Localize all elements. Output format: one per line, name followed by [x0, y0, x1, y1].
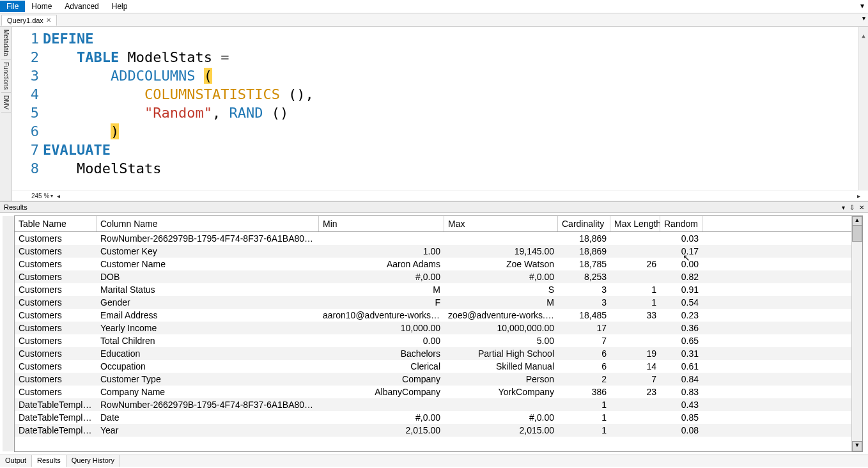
grid-scroll-down-icon[interactable]: ▼	[852, 441, 862, 451]
ribbon-collapse-icon[interactable]: ▾	[860, 1, 864, 10]
sidetab-metadata[interactable]: Metadata	[1, 27, 11, 59]
grid-vertical-scrollbar[interactable]: ▲ ▼	[851, 216, 862, 451]
results-dropdown-icon[interactable]: ▾	[842, 204, 845, 211]
table-row[interactable]: CustomersCustomer Key1.0019,145.0018,869…	[15, 245, 862, 258]
sidetab-functions[interactable]: Functions	[1, 59, 11, 93]
cell: Gender	[97, 296, 319, 309]
cell: 2,015.00	[444, 424, 558, 437]
line-number-gutter: 12345678	[12, 29, 43, 190]
table-row[interactable]: DateTableTemplat...Date#,0.00#,0.0010.85	[15, 411, 862, 424]
cell: 3	[558, 296, 610, 309]
cell: Clerical	[319, 360, 444, 373]
table-row[interactable]: CustomersEmail Addressaaron10@adventure-…	[15, 309, 862, 322]
cell: 18,785	[558, 258, 610, 270]
cell: 0.00	[660, 258, 702, 270]
table-row[interactable]: CustomersDOB#,0.00#,0.008,2530.82	[15, 270, 862, 283]
cell: 7	[558, 334, 610, 347]
cell: Customer Type	[97, 373, 319, 386]
scroll-up-icon[interactable]: ▲	[859, 27, 868, 35]
cell: RowNumber-2662979B-1795-4F74-8F37-6A1BA8…	[97, 398, 319, 411]
tab-query-history[interactable]: Query History	[66, 455, 120, 467]
hscroll-left-icon[interactable]: ◂	[57, 192, 60, 199]
cell	[610, 398, 660, 411]
cell: 1	[610, 283, 660, 296]
cell: 0.82	[660, 270, 702, 283]
close-tab-icon[interactable]: ✕	[46, 17, 51, 24]
cell: 0.23	[660, 309, 702, 322]
cell: 19,145.00	[444, 245, 558, 258]
cell: Customers	[15, 334, 97, 347]
cell: 0.03	[660, 232, 702, 245]
table-row[interactable]: CustomersTotal Children0.005.0070.65	[15, 334, 862, 347]
col-header-min[interactable]: Min	[319, 216, 444, 231]
scroll-down-icon[interactable]: ▼	[859, 182, 868, 190]
table-row[interactable]: CustomersEducationBachelorsPartial High …	[15, 347, 862, 360]
menu-home[interactable]: Home	[25, 1, 58, 12]
cell: 3	[558, 283, 610, 296]
cell: 18,869	[558, 232, 610, 245]
cell: Skilled Manual	[444, 360, 558, 373]
document-tab[interactable]: Query1.dax ✕	[1, 15, 57, 26]
zoom-level[interactable]: 245 %	[31, 192, 49, 199]
table-row[interactable]: CustomersCustomer NameAaron AdamsZoe Wat…	[15, 258, 862, 270]
col-header-table-name[interactable]: Table Name	[15, 216, 97, 231]
cell: #,0.00	[319, 270, 444, 283]
cell: Year	[97, 424, 319, 437]
table-row[interactable]: DateTableTemplat...Year2,015.002,015.001…	[15, 424, 862, 437]
col-header-max[interactable]: Max	[444, 216, 558, 231]
col-header-cardinality[interactable]: Cardinality	[558, 216, 610, 231]
menu-bar: File Home Advanced Help ▾	[0, 0, 868, 13]
code-editor[interactable]: 12345678 DEFINE TABLE ModelStats = ADDCO…	[12, 27, 868, 201]
zoom-dropdown-icon[interactable]: ▾	[50, 193, 53, 199]
table-row[interactable]: CustomersYearly Income10,000.0010,000,00…	[15, 322, 862, 334]
results-close-icon[interactable]: ✕	[859, 204, 864, 211]
cell: zoe9@adventure-works.com	[444, 309, 558, 322]
results-panel-header: Results ▾ ⇩ ✕	[0, 201, 868, 213]
tab-options-icon[interactable]: ▾	[862, 15, 865, 22]
cell: 0.54	[660, 296, 702, 309]
table-row[interactable]: CustomersCompany NameAlbanyCompanyYorkCo…	[15, 386, 862, 398]
side-tab-strip: Metadata Functions DMV	[0, 27, 12, 201]
cell: Customers	[15, 270, 97, 283]
results-pin-icon[interactable]: ⇩	[849, 204, 855, 211]
cell: DateTableTemplat...	[15, 398, 97, 411]
cell: S	[444, 283, 558, 296]
menu-file[interactable]: File	[0, 1, 25, 12]
cell: 0.85	[660, 411, 702, 424]
tab-output[interactable]: Output	[0, 455, 32, 467]
grid-body[interactable]: CustomersRowNumber-2662979B-1795-4F74-8F…	[15, 232, 862, 451]
menu-help[interactable]: Help	[105, 1, 134, 12]
cell: Company Name	[97, 386, 319, 398]
cell: 23	[610, 386, 660, 398]
sidetab-dmv[interactable]: DMV	[1, 93, 11, 113]
table-row[interactable]: CustomersRowNumber-2662979B-1795-4F74-8F…	[15, 232, 862, 245]
editor-status-bar: 245 %▾ ◂ ▸	[12, 190, 868, 201]
table-row[interactable]: CustomersMarital StatusMS310.91	[15, 283, 862, 296]
col-header-max-length[interactable]: Max Length	[610, 216, 660, 231]
table-row[interactable]: DateTableTemplat...RowNumber-2662979B-17…	[15, 398, 862, 411]
col-header-random[interactable]: Random	[660, 216, 702, 231]
code-content[interactable]: DEFINE TABLE ModelStats = ADDCOLUMNS ( C…	[43, 29, 868, 190]
col-header-column-name[interactable]: Column Name	[97, 216, 319, 231]
menu-advanced[interactable]: Advanced	[58, 1, 105, 12]
cell: 0.61	[660, 360, 702, 373]
editor-vertical-scrollbar[interactable]: ▲ ▼	[858, 27, 868, 190]
cell: 7	[610, 373, 660, 386]
table-row[interactable]: CustomersGenderFM310.54	[15, 296, 862, 309]
cell: 10,000,000.00	[444, 322, 558, 334]
cell: Customers	[15, 258, 97, 270]
cell: M	[319, 283, 444, 296]
cell: 1	[610, 296, 660, 309]
cell: 18,869	[558, 245, 610, 258]
document-tab-strip: Query1.dax ✕ ▾	[0, 13, 868, 27]
cell: Total Children	[97, 334, 319, 347]
cell: 6	[558, 347, 610, 360]
results-grid[interactable]: Table Name Column Name Min Max Cardinali…	[14, 215, 863, 452]
cell: 26	[610, 258, 660, 270]
table-row[interactable]: CustomersOccupationClericalSkilled Manua…	[15, 360, 862, 373]
table-row[interactable]: CustomersCustomer TypeCompanyPerson270.8…	[15, 373, 862, 386]
bottom-tab-strip: Output Results Query History	[0, 455, 868, 467]
grid-scroll-thumb[interactable]	[852, 225, 862, 242]
tab-results[interactable]: Results	[32, 455, 66, 467]
hscroll-right-icon[interactable]: ▸	[857, 192, 860, 199]
